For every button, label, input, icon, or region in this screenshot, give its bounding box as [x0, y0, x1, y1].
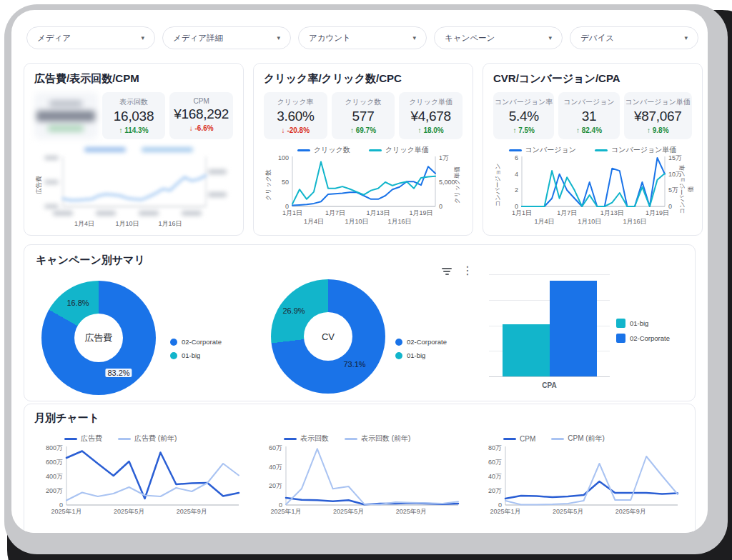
section-title: キャンペーン別サマリ — [36, 254, 145, 267]
plot: 020万40万60万2025年1月2025年5月2025年9月 — [254, 444, 467, 531]
monthly-ad-cost-chart[interactable]: 広告費 広告費 (前年) 0200万400万600万800万2025年1月202… — [34, 434, 247, 531]
svg-text:1月13日: 1月13日 — [366, 209, 390, 216]
x-tick-label: 1月4日 — [74, 219, 94, 229]
filter-media-detail[interactable]: メディア詳細 ▾ — [162, 26, 291, 49]
legend-item[interactable]: 02-Corporate — [616, 334, 670, 343]
svg-text:2025年9月: 2025年9月 — [177, 508, 207, 515]
legend-item[interactable]: 表示回数 (前年) — [345, 434, 410, 444]
trend-up-icon: ↑ — [576, 126, 580, 134]
kpi-row: 表示回数 16,038 ↑ 114.3% CPM ¥168,292 ↓ -6.6… — [34, 92, 233, 139]
dot-swatch — [395, 352, 402, 359]
card-conversions: CVR/コンバージョン/CPA コンバージョン率 5.4% ↑ 7.5% コンバ… — [483, 63, 703, 236]
chart-legend: コンバージョン コンバージョン単価 — [493, 145, 692, 155]
svg-text:1月13日: 1月13日 — [600, 209, 624, 216]
legend-item[interactable]: 広告費 — [64, 434, 102, 444]
svg-text:5万: 5万 — [668, 186, 678, 194]
bar-legend: 01-big 02-Corporate — [616, 319, 670, 349]
kpi-label: クリック単価 — [400, 97, 461, 107]
obscured-delta — [48, 126, 84, 131]
svg-text:1月10日: 1月10日 — [345, 218, 368, 225]
cpa-bar-chart[interactable] — [489, 274, 610, 377]
bar-x-label: CPA — [489, 381, 610, 389]
kpi-cpc: クリック単価 ¥4,678 ↑ 18.0% — [399, 92, 463, 139]
svg-text:40万: 40万 — [269, 464, 282, 471]
svg-text:20万: 20万 — [269, 482, 282, 489]
svg-text:2025年5月: 2025年5月 — [333, 508, 364, 515]
legend-item[interactable]: 02-Corporate — [395, 338, 447, 346]
kpi-value: ¥87,067 — [625, 109, 691, 124]
plot: 0200万400万600万800万2025年1月2025年5月2025年9月 — [34, 444, 247, 531]
kpi-cpa: コンバージョン単価 ¥87,067 ↑ 9.8% — [624, 92, 692, 139]
filter-campaign[interactable]: キャンペーン ▾ — [434, 26, 563, 49]
kpi-label: CPM — [171, 97, 232, 105]
legend-item[interactable]: 01-big — [616, 319, 670, 328]
kpi-cv: コンバージョン 31 ↑ 82.4% — [558, 92, 619, 139]
svg-text:200万: 200万 — [46, 487, 63, 494]
kpi-label: コンバージョン率 — [495, 97, 553, 107]
kpi-delta: ↑ 9.8% — [625, 126, 691, 134]
svg-text:100: 100 — [278, 155, 289, 161]
dot-swatch — [395, 339, 402, 346]
monthly-impressions-chart[interactable]: 表示回数 表示回数 (前年) 020万40万60万2025年1月2025年5月2… — [254, 434, 467, 531]
cv-cpa-chart[interactable]: コンバージョン コンバージョン単価 コンバージョン コンバージョン単価 0246… — [493, 145, 692, 226]
legend-item[interactable]: 表示回数 — [284, 434, 329, 444]
svg-text:50: 50 — [282, 179, 289, 186]
ad-cost-donut-chart[interactable]: 広告費 16.8% 83.2% — [41, 281, 156, 395]
svg-text:1月10日: 1月10日 — [578, 218, 601, 225]
monthly-section: 月別チャート 広告費 広告費 (前年) 0200万400万600万800万202… — [24, 404, 696, 533]
svg-text:600万: 600万 — [46, 459, 63, 466]
y2-axis-title: クリック単価 — [453, 160, 462, 210]
line-swatch — [509, 149, 522, 151]
trend-up-icon: ↑ — [513, 126, 516, 134]
donut-legend: 02-Corporate 01-big — [170, 338, 222, 365]
legend-item[interactable]: クリック単価 — [369, 145, 429, 155]
obscured-value — [36, 111, 95, 121]
donut-center-label: CV — [304, 312, 352, 361]
bar-01-big[interactable] — [503, 324, 550, 376]
legend-item[interactable]: コンバージョン単価 — [595, 145, 676, 155]
filter-device[interactable]: デバイス ▾ — [570, 26, 698, 49]
cv-donut-chart[interactable]: CV 26.9% 73.1% — [271, 279, 385, 394]
kebab-menu-icon[interactable]: ⋮ — [462, 264, 473, 277]
y2-axis-title: コンバージョン単価 — [678, 164, 696, 214]
slice-label: 73.1% — [343, 360, 365, 369]
chart-legend: クリック数 クリック単価 — [264, 145, 463, 155]
svg-text:2025年9月: 2025年9月 — [615, 508, 646, 515]
trend-up-icon: ↑ — [119, 126, 122, 134]
donut-center-label: 広告費 — [74, 314, 123, 362]
clicks-cpc-chart[interactable]: クリック数 クリック単価 クリック数 クリック単価 05010005,0001万… — [264, 145, 463, 226]
kpi-value: ¥168,292 — [171, 106, 232, 122]
filter-icon[interactable] — [441, 268, 452, 275]
filter-label: キャンペーン — [445, 33, 495, 44]
x-tick-label: 1月10日 — [115, 219, 139, 229]
chevron-down-icon: ▾ — [277, 34, 280, 41]
square-swatch — [616, 319, 625, 328]
y-axis-title: クリック数 — [264, 160, 273, 210]
kpi-delta: ↑ 18.0% — [400, 126, 461, 134]
legend-item[interactable]: 01-big — [395, 351, 447, 359]
bar-02-Corporate[interactable] — [550, 281, 597, 376]
x-tick-label: 1月16日 — [158, 219, 182, 229]
svg-text:2025年1月: 2025年1月 — [270, 508, 301, 515]
legend-item[interactable]: CPM (前年) — [551, 434, 605, 444]
trend-up-icon: ↑ — [647, 126, 651, 134]
kpi-value: 5.4% — [495, 109, 553, 124]
legend-item[interactable]: コンバージョン — [509, 145, 576, 155]
legend-item[interactable]: CPM — [503, 435, 535, 443]
filter-media[interactable]: メディア ▾ — [26, 26, 155, 49]
legend-item[interactable]: 広告費 (前年) — [118, 434, 177, 444]
svg-text:800万: 800万 — [46, 444, 63, 451]
slice-label: 16.8% — [66, 299, 89, 307]
monthly-cpm-chart[interactable]: CPM CPM (前年) 020万40万60万80万2025年1月2025年5月… — [473, 434, 686, 531]
legend-item[interactable]: クリック数 — [297, 145, 350, 155]
obscured-legend — [142, 147, 193, 152]
svg-text:1月16日: 1月16日 — [387, 218, 411, 225]
ad-cost-daily-chart[interactable]: 広告費 1月4日1月10日1月16日 — [34, 145, 233, 226]
line-swatch — [503, 438, 516, 440]
svg-text:2025年1月: 2025年1月 — [51, 508, 81, 515]
legend-item[interactable]: 01-big — [170, 351, 222, 359]
svg-text:1月7日: 1月7日 — [325, 209, 345, 216]
legend-item[interactable]: 02-Corporate — [170, 338, 222, 346]
filter-account[interactable]: アカウント ▾ — [298, 26, 427, 49]
chart-legend-obscured — [34, 145, 233, 155]
